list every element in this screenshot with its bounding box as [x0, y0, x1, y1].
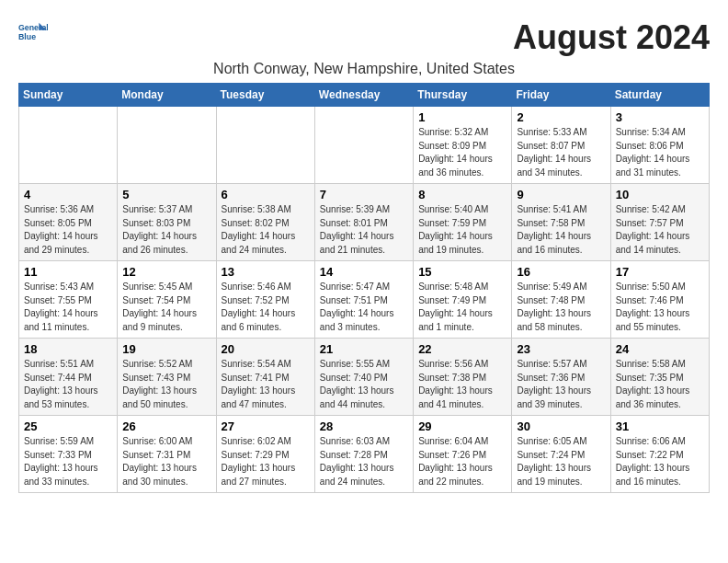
day-info: Sunrise: 5:51 AM Sunset: 7:44 PM Dayligh… [24, 358, 112, 411]
calendar-cell: 3Sunrise: 5:34 AM Sunset: 8:06 PM Daylig… [610, 107, 709, 184]
calendar-cell: 20Sunrise: 5:54 AM Sunset: 7:41 PM Dayli… [216, 339, 314, 416]
weekday-header-tuesday: Tuesday [216, 84, 314, 107]
day-info: Sunrise: 6:06 AM Sunset: 7:22 PM Dayligh… [616, 435, 704, 488]
calendar-week-row: 11Sunrise: 5:43 AM Sunset: 7:55 PM Dayli… [19, 261, 710, 339]
calendar-cell: 13Sunrise: 5:46 AM Sunset: 7:52 PM Dayli… [216, 261, 314, 339]
day-info: Sunrise: 6:03 AM Sunset: 7:28 PM Dayligh… [320, 435, 408, 488]
day-info: Sunrise: 5:48 AM Sunset: 7:49 PM Dayligh… [418, 281, 506, 334]
day-number: 26 [122, 419, 210, 433]
day-info: Sunrise: 5:52 AM Sunset: 7:43 PM Dayligh… [122, 358, 210, 411]
day-info: Sunrise: 5:59 AM Sunset: 7:33 PM Dayligh… [24, 435, 112, 488]
calendar-cell [19, 107, 118, 184]
day-info: Sunrise: 6:05 AM Sunset: 7:24 PM Dayligh… [517, 435, 605, 488]
day-info: Sunrise: 5:56 AM Sunset: 7:38 PM Dayligh… [418, 358, 506, 411]
calendar-cell: 19Sunrise: 5:52 AM Sunset: 7:43 PM Dayli… [118, 339, 216, 416]
weekday-header-saturday: Saturday [610, 84, 709, 107]
day-info: Sunrise: 5:39 AM Sunset: 8:01 PM Dayligh… [320, 203, 408, 257]
day-number: 2 [517, 110, 605, 124]
svg-text:Blue: Blue [18, 32, 36, 41]
day-number: 9 [517, 188, 605, 201]
day-number: 30 [517, 419, 605, 433]
day-info: Sunrise: 5:37 AM Sunset: 8:03 PM Dayligh… [122, 203, 210, 257]
calendar-cell: 25Sunrise: 5:59 AM Sunset: 7:33 PM Dayli… [19, 416, 118, 493]
day-number: 5 [122, 188, 210, 201]
day-info: Sunrise: 5:36 AM Sunset: 8:05 PM Dayligh… [24, 203, 112, 257]
day-number: 22 [418, 342, 506, 356]
weekday-header-thursday: Thursday [414, 84, 512, 107]
weekday-header-wednesday: Wednesday [314, 84, 413, 107]
day-info: Sunrise: 5:34 AM Sunset: 8:06 PM Dayligh… [616, 126, 704, 179]
page-header: General Blue August 2024 [18, 18, 710, 57]
month-year-title: August 2024 [513, 18, 710, 57]
calendar-cell: 4Sunrise: 5:36 AM Sunset: 8:05 PM Daylig… [19, 184, 118, 261]
calendar-cell: 28Sunrise: 6:03 AM Sunset: 7:28 PM Dayli… [314, 416, 413, 493]
day-number: 17 [616, 265, 704, 279]
day-info: Sunrise: 5:50 AM Sunset: 7:46 PM Dayligh… [616, 281, 704, 334]
calendar-cell: 10Sunrise: 5:42 AM Sunset: 7:57 PM Dayli… [610, 184, 709, 261]
day-info: Sunrise: 5:49 AM Sunset: 7:48 PM Dayligh… [517, 281, 605, 334]
day-info: Sunrise: 5:38 AM Sunset: 8:02 PM Dayligh… [222, 203, 310, 257]
day-info: Sunrise: 6:02 AM Sunset: 7:29 PM Dayligh… [222, 435, 310, 488]
day-number: 18 [24, 342, 112, 356]
day-info: Sunrise: 5:55 AM Sunset: 7:40 PM Dayligh… [320, 358, 408, 411]
day-info: Sunrise: 5:41 AM Sunset: 7:58 PM Dayligh… [517, 203, 605, 257]
day-info: Sunrise: 5:42 AM Sunset: 7:57 PM Dayligh… [616, 203, 704, 257]
day-number: 23 [517, 342, 605, 356]
day-info: Sunrise: 6:04 AM Sunset: 7:26 PM Dayligh… [418, 435, 506, 488]
day-number: 4 [24, 188, 112, 201]
day-number: 20 [222, 342, 310, 356]
day-number: 6 [222, 188, 310, 201]
weekday-header-monday: Monday [118, 84, 216, 107]
calendar-table: SundayMondayTuesdayWednesdayThursdayFrid… [18, 83, 710, 493]
day-number: 29 [418, 419, 506, 433]
calendar-cell: 18Sunrise: 5:51 AM Sunset: 7:44 PM Dayli… [19, 339, 118, 416]
day-info: Sunrise: 5:58 AM Sunset: 7:35 PM Dayligh… [616, 358, 704, 411]
day-number: 8 [418, 188, 506, 201]
location-subtitle: North Conway, New Hampshire, United Stat… [18, 61, 710, 77]
calendar-cell: 27Sunrise: 6:02 AM Sunset: 7:29 PM Dayli… [216, 416, 314, 493]
calendar-week-row: 18Sunrise: 5:51 AM Sunset: 7:44 PM Dayli… [19, 339, 710, 416]
day-info: Sunrise: 5:57 AM Sunset: 7:36 PM Dayligh… [517, 358, 605, 411]
calendar-week-row: 25Sunrise: 5:59 AM Sunset: 7:33 PM Dayli… [19, 416, 710, 493]
calendar-cell: 8Sunrise: 5:40 AM Sunset: 7:59 PM Daylig… [414, 184, 512, 261]
calendar-cell: 24Sunrise: 5:58 AM Sunset: 7:35 PM Dayli… [610, 339, 709, 416]
day-info: Sunrise: 5:47 AM Sunset: 7:51 PM Dayligh… [320, 281, 408, 334]
calendar-cell: 23Sunrise: 5:57 AM Sunset: 7:36 PM Dayli… [512, 339, 610, 416]
calendar-cell: 16Sunrise: 5:49 AM Sunset: 7:48 PM Dayli… [512, 261, 610, 339]
calendar-cell [118, 107, 216, 184]
day-number: 12 [122, 265, 210, 279]
calendar-cell: 21Sunrise: 5:55 AM Sunset: 7:40 PM Dayli… [314, 339, 413, 416]
day-number: 25 [24, 419, 112, 433]
day-number: 15 [418, 265, 506, 279]
day-info: Sunrise: 5:54 AM Sunset: 7:41 PM Dayligh… [222, 358, 310, 411]
calendar-cell: 11Sunrise: 5:43 AM Sunset: 7:55 PM Dayli… [19, 261, 118, 339]
day-number: 14 [320, 265, 408, 279]
day-number: 21 [320, 342, 408, 356]
calendar-cell: 6Sunrise: 5:38 AM Sunset: 8:02 PM Daylig… [216, 184, 314, 261]
logo-icon: General Blue [18, 18, 48, 48]
day-number: 24 [616, 342, 704, 356]
day-info: Sunrise: 5:40 AM Sunset: 7:59 PM Dayligh… [418, 203, 506, 257]
day-number: 19 [122, 342, 210, 356]
calendar-cell: 1Sunrise: 5:32 AM Sunset: 8:09 PM Daylig… [414, 107, 512, 184]
calendar-cell [314, 107, 413, 184]
calendar-week-row: 1Sunrise: 5:32 AM Sunset: 8:09 PM Daylig… [19, 107, 710, 184]
calendar-cell: 5Sunrise: 5:37 AM Sunset: 8:03 PM Daylig… [118, 184, 216, 261]
day-number: 27 [222, 419, 310, 433]
calendar-cell: 7Sunrise: 5:39 AM Sunset: 8:01 PM Daylig… [314, 184, 413, 261]
calendar-cell: 15Sunrise: 5:48 AM Sunset: 7:49 PM Dayli… [414, 261, 512, 339]
day-number: 1 [418, 110, 506, 124]
calendar-cell: 17Sunrise: 5:50 AM Sunset: 7:46 PM Dayli… [610, 261, 709, 339]
calendar-cell: 9Sunrise: 5:41 AM Sunset: 7:58 PM Daylig… [512, 184, 610, 261]
day-info: Sunrise: 5:43 AM Sunset: 7:55 PM Dayligh… [24, 281, 112, 334]
calendar-cell: 30Sunrise: 6:05 AM Sunset: 7:24 PM Dayli… [512, 416, 610, 493]
day-number: 16 [517, 265, 605, 279]
weekday-header-row: SundayMondayTuesdayWednesdayThursdayFrid… [19, 84, 710, 107]
calendar-cell: 2Sunrise: 5:33 AM Sunset: 8:07 PM Daylig… [512, 107, 610, 184]
day-info: Sunrise: 5:46 AM Sunset: 7:52 PM Dayligh… [222, 281, 310, 334]
calendar-cell: 14Sunrise: 5:47 AM Sunset: 7:51 PM Dayli… [314, 261, 413, 339]
calendar-cell: 12Sunrise: 5:45 AM Sunset: 7:54 PM Dayli… [118, 261, 216, 339]
calendar-cell: 29Sunrise: 6:04 AM Sunset: 7:26 PM Dayli… [414, 416, 512, 493]
day-info: Sunrise: 6:00 AM Sunset: 7:31 PM Dayligh… [122, 435, 210, 488]
day-number: 11 [24, 265, 112, 279]
